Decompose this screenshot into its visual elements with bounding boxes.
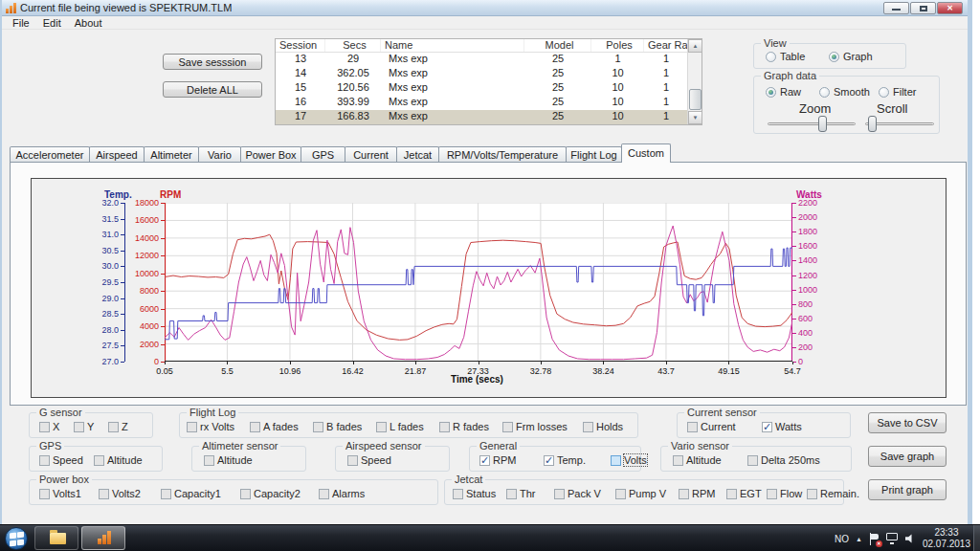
minimize-button[interactable] — [883, 2, 909, 14]
power-box-checkbox-capacity1[interactable] — [161, 489, 171, 499]
g-sensor-checkbox-z[interactable] — [108, 422, 119, 432]
volume-icon[interactable] — [905, 534, 916, 544]
power-box-checkbox-volts1[interactable] — [39, 489, 50, 499]
scroll-slider[interactable] — [865, 122, 934, 125]
column-header[interactable]: Model — [524, 39, 591, 52]
clock[interactable]: 23:33 02.07.2013 — [923, 527, 970, 550]
flight-log-checkbox-l-fades[interactable] — [376, 422, 387, 432]
print-graph-button[interactable]: Print graph — [868, 479, 947, 500]
vario-sensor-checkbox-altitude[interactable] — [673, 455, 683, 466]
watts-tick — [792, 246, 796, 247]
taskbar-explorer-button[interactable] — [34, 526, 78, 550]
save-session-button[interactable]: Save sesssion — [163, 54, 262, 70]
jetcat-checkbox-pump-v[interactable] — [615, 489, 626, 499]
graphdata-radio-smooth[interactable] — [819, 87, 830, 98]
zoom-slider-thumb[interactable] — [818, 116, 827, 132]
view-radio-graph[interactable] — [829, 52, 839, 62]
graphdata-radio-filter[interactable] — [879, 87, 889, 98]
altimeter-sensor-checkbox-altitude[interactable] — [204, 455, 214, 466]
menu-item-edit[interactable]: Edit — [37, 17, 67, 29]
tab-vario[interactable]: Vario — [198, 146, 241, 163]
scroll-up-arrow-icon[interactable]: ▲ — [688, 39, 702, 53]
language-indicator[interactable]: NO — [835, 534, 849, 544]
tab-jetcat[interactable]: Jetcat — [396, 146, 439, 163]
current-sensor-checkbox-watts[interactable] — [762, 422, 772, 432]
scrollbar-thumb[interactable] — [689, 89, 702, 110]
jetcat-checkbox-rpm[interactable] — [679, 489, 689, 499]
power-box-checkbox-volts2[interactable] — [99, 489, 109, 499]
table-cell: 166.83 — [325, 110, 381, 124]
g-sensor-checkbox-x[interactable] — [39, 422, 50, 432]
hidden-icons-chevron[interactable]: ▲ — [856, 536, 862, 542]
close-button[interactable]: ✕ — [937, 2, 963, 14]
scroll-down-arrow-icon[interactable]: ▼ — [688, 111, 702, 124]
start-button[interactable] — [5, 527, 28, 550]
tab-custom[interactable]: Custom — [621, 143, 671, 163]
flight-log-checkbox-frm-losses[interactable] — [502, 422, 513, 432]
view-radio-table[interactable] — [766, 52, 776, 62]
jetcat-checkbox-pack-v[interactable] — [554, 489, 565, 499]
temp-tick — [121, 219, 124, 220]
current-sensor-checkbox-current[interactable] — [687, 422, 698, 432]
tab-flight-log[interactable]: Flight Log — [566, 146, 622, 163]
column-header[interactable]: Secs — [325, 39, 381, 52]
column-header[interactable]: Gear Ratio — [644, 39, 688, 52]
table-row[interactable]: 16393.99Mxs exp25101 — [276, 96, 702, 110]
scroll-slider-thumb[interactable] — [868, 116, 877, 132]
graphdata-radio-raw[interactable] — [766, 87, 776, 98]
flight-log-checkbox-r-fades[interactable] — [439, 422, 450, 432]
flight-log-checkbox-label-b-fades: B fades — [326, 421, 362, 432]
flight-log-checkbox-holds[interactable] — [583, 422, 593, 432]
network-icon[interactable] — [886, 533, 899, 544]
jetcat-checkbox-remain-[interactable] — [807, 489, 817, 499]
jetcat-checkbox-thr[interactable] — [506, 489, 517, 499]
session-table[interactable]: SessionSecsNameModelPolesGear Ratio1329M… — [275, 38, 702, 125]
column-header[interactable]: Poles — [591, 39, 644, 52]
tab-altimeter[interactable]: Altimeter — [144, 146, 199, 163]
temp-tick-label: 29.5 — [92, 277, 119, 287]
jetcat-checkbox-egt[interactable] — [726, 489, 737, 499]
graph-data-group-label: Graph data — [761, 70, 819, 81]
vario-sensor-checkbox-delta-250ms[interactable] — [747, 455, 758, 466]
power-box-checkbox-capacity2[interactable] — [240, 489, 251, 499]
table-row[interactable]: 17166.83Mxs exp25101 — [276, 110, 702, 124]
jetcat-checkbox-flow[interactable] — [767, 489, 777, 499]
general-checkbox-volts[interactable] — [611, 455, 621, 466]
show-desktop-button[interactable] — [973, 525, 980, 551]
column-header[interactable]: Name — [381, 39, 524, 52]
general-checkbox-temp-[interactable] — [544, 455, 554, 466]
airspeed-sensor-checkbox-speed[interactable] — [347, 455, 358, 466]
table-row[interactable]: 1329Mxs exp2511 — [276, 53, 702, 67]
flight-log-checkbox-a-fades[interactable] — [250, 422, 260, 432]
taskbar-telemetry-app-button[interactable] — [81, 526, 125, 550]
power-box-checkbox-alarms[interactable] — [319, 489, 329, 499]
general-checkbox-rpm[interactable] — [479, 455, 490, 466]
tab-gps[interactable]: GPS — [301, 146, 345, 163]
folder-icon — [50, 533, 66, 544]
delete-all-button[interactable]: Delete ALL — [163, 81, 262, 98]
watts-tick — [792, 203, 796, 204]
action-center-flag-icon[interactable]: ✕ — [869, 533, 880, 545]
g-sensor-checkbox-y[interactable] — [74, 422, 84, 432]
tab-rpm-volts-temperature[interactable]: RPM/Volts/Temperature — [438, 146, 567, 163]
column-header[interactable]: Session — [276, 39, 325, 52]
flight-log-checkbox-b-fades[interactable] — [313, 422, 323, 432]
watts-tick-label: 800 — [798, 299, 813, 309]
menu-item-file[interactable]: File — [7, 17, 35, 29]
tab-accelerometer[interactable]: Accelerometer — [10, 146, 90, 163]
menu-item-about[interactable]: About — [69, 17, 108, 29]
table-scrollbar[interactable]: ▲▼ — [687, 39, 702, 124]
table-row[interactable]: 15120.56Mxs exp25101 — [276, 81, 702, 96]
flight-log-checkbox-rx-volts[interactable] — [187, 422, 197, 432]
tab-current[interactable]: Current — [345, 146, 397, 163]
table-row[interactable]: 14362.05Mxs exp25101 — [276, 67, 702, 81]
gps-checkbox-speed[interactable] — [39, 455, 50, 466]
zoom-slider[interactable] — [768, 122, 856, 125]
tab-airspeed[interactable]: Airspeed — [89, 146, 145, 163]
tab-power-box[interactable]: Power Box — [240, 146, 301, 163]
gps-checkbox-altitude[interactable] — [94, 455, 104, 466]
save-to-csv-button[interactable]: Save to CSV — [868, 412, 947, 433]
jetcat-checkbox-status[interactable] — [453, 489, 463, 499]
save-graph-button[interactable]: Save graph — [868, 446, 947, 467]
maximize-button[interactable] — [910, 2, 936, 14]
